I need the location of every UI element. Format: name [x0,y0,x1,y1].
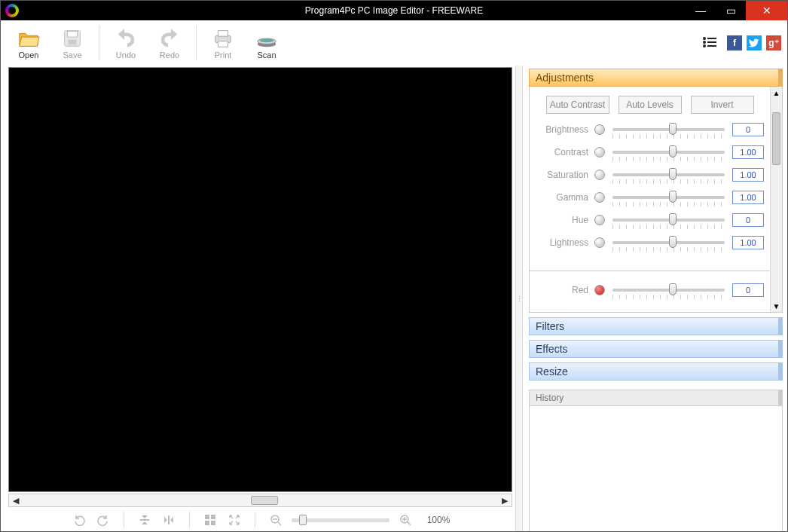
slider-red: Red 0 [536,283,764,297]
googleplus-icon[interactable]: g⁺ [766,35,781,50]
slider-track[interactable] [612,128,725,131]
slider-knob[interactable] [669,145,677,157]
adjustments-vertical-scrollbar[interactable]: ▲ ▼ [770,87,782,312]
slider-icon [594,170,605,180]
scan-button[interactable]: Scan [245,26,289,60]
slider-icon [594,147,605,157]
svg-rect-17 [205,521,209,525]
svg-rect-12 [707,41,716,43]
auto-contrast-button[interactable]: Auto Contrast [546,96,609,114]
slider-knob[interactable] [669,123,677,135]
accordion-filters-label: Filters [536,320,564,332]
slider-label: Saturation [536,170,588,180]
slider-track[interactable] [612,151,725,154]
facebook-icon[interactable]: f [727,35,742,50]
redo-label: Redo [148,50,191,60]
svg-rect-5 [218,41,228,47]
accordion-effects[interactable]: Effects [529,340,783,358]
zoom-slider-knob[interactable] [299,515,307,525]
accordion-filters[interactable]: Filters [529,317,783,335]
slider-red-knob[interactable] [669,283,677,295]
open-label: Open [7,50,50,60]
scanner-icon [245,26,289,50]
open-button[interactable]: Open [7,26,50,60]
slider-icon [594,192,605,203]
slider-label: Lightness [536,237,588,248]
accordion-resize-label: Resize [536,365,568,378]
svg-rect-16 [211,515,215,519]
undo-label: Undo [104,50,148,60]
canvas-footer-toolbar: 100% [8,507,512,532]
slider-value: 1.00 [732,191,764,204]
zoom-in-icon[interactable] [397,512,414,528]
slider-track[interactable] [612,173,725,176]
save-button[interactable]: Save [50,26,94,60]
scroll-up-icon[interactable]: ▲ [773,87,780,99]
slider-value: 1.00 [732,168,764,182]
flip-horizontal-icon[interactable] [160,512,177,528]
scroll-thumb[interactable] [251,496,278,505]
print-label: Print [201,50,245,60]
svg-point-11 [703,41,706,44]
zoom-value: 100% [427,515,451,525]
accordion-resize[interactable]: Resize [529,362,783,381]
svg-rect-4 [218,31,228,37]
rotate-ccw-icon[interactable] [71,512,87,528]
actual-size-icon[interactable] [226,512,243,528]
history-panel-header[interactable]: History [529,390,783,406]
scroll-down-icon[interactable]: ▼ [773,300,780,312]
slider-red-track[interactable] [612,289,725,292]
slider-knob[interactable] [669,236,677,248]
image-canvas[interactable] [8,67,512,492]
menu-list-icon[interactable] [703,35,716,51]
slider-label: Brightness [536,124,588,135]
slider-hue: Hue0 [536,213,764,227]
scroll-left-icon[interactable]: ◀ [9,496,23,506]
slider-knob[interactable] [669,213,677,225]
invert-button[interactable]: Invert [691,96,754,114]
scan-label: Scan [245,50,289,60]
adjustments-panel: Auto Contrast Auto Levels Invert Brightn… [529,87,783,313]
scroll-thumb-vertical[interactable] [772,112,780,165]
auto-levels-button[interactable]: Auto Levels [618,96,682,114]
svg-rect-14 [707,45,716,47]
slider-track[interactable] [612,241,725,244]
fit-window-icon[interactable] [202,512,218,528]
print-button[interactable]: Print [201,26,245,60]
folder-open-icon [7,26,50,50]
panel-splitter[interactable]: ⋮ [515,66,523,532]
slider-track[interactable] [612,219,725,222]
slider-icon [594,124,605,135]
svg-rect-10 [707,38,716,39]
svg-point-13 [703,44,706,47]
slider-red-value: 0 [732,283,764,297]
slider-label: Contrast [536,147,588,157]
twitter-icon[interactable] [747,35,762,50]
accordion-adjustments[interactable]: Adjustments [529,69,783,87]
svg-point-8 [260,38,274,42]
slider-label: Gamma [536,192,588,203]
window-title: Program4Pc PC Image Editor - FREEWARE [1,5,787,16]
slider-track[interactable] [612,196,725,199]
slider-contrast: Contrast1.00 [536,145,764,159]
slider-value: 0 [732,123,764,136]
printer-icon [201,26,245,50]
history-panel-body [529,406,783,532]
svg-rect-2 [68,40,76,45]
undo-icon [104,26,148,50]
zoom-out-icon[interactable] [267,512,284,528]
slider-lightness: Lightness1.00 [536,236,764,249]
slider-red-label: Red [536,285,588,295]
zoom-slider[interactable] [292,518,389,522]
slider-knob[interactable] [669,191,677,203]
main-toolbar: Open Save Undo Redo Print Scan [1,20,787,66]
scroll-right-icon[interactable]: ▶ [498,496,512,506]
flip-vertical-icon[interactable] [136,512,153,528]
canvas-horizontal-scrollbar[interactable]: ◀ ▶ [8,494,512,507]
slider-knob[interactable] [669,168,677,180]
slider-value: 1.00 [732,236,764,249]
rotate-cw-icon[interactable] [95,512,111,528]
undo-button[interactable]: Undo [104,26,148,60]
redo-button[interactable]: Redo [148,26,191,60]
save-label: Save [50,50,94,60]
